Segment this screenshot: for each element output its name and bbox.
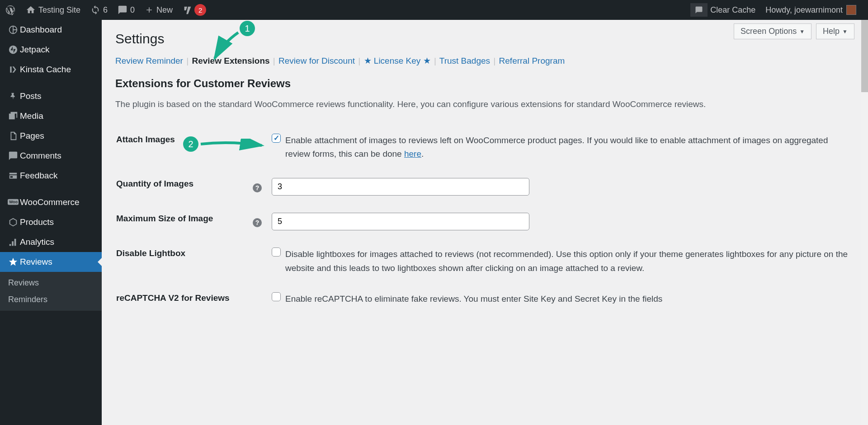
screen-meta-links: Screen Options▼ Help▼ <box>734 23 854 39</box>
help-label: Help <box>823 27 840 36</box>
sidebar-sub-reviews[interactable]: Reviews <box>0 275 102 291</box>
attach-images-text-1: Enable attachment of images to reviews l… <box>285 135 828 159</box>
media-icon <box>6 111 20 121</box>
sidebar-item-label: Posts <box>20 91 42 101</box>
woocommerce-icon: Woo <box>6 199 20 206</box>
sidebar-item-label: Pages <box>20 131 44 141</box>
pages-icon <box>6 131 20 141</box>
admin-sidebar: Dashboard Jetpack Kinsta Cache Posts Med… <box>0 20 102 425</box>
updates-link[interactable]: 6 <box>85 0 113 20</box>
dashboard-icon <box>6 25 20 35</box>
svg-point-0 <box>9 46 17 54</box>
sidebar-item-pages[interactable]: Pages <box>0 126 102 146</box>
sidebar-item-dashboard[interactable]: Dashboard <box>0 20 102 40</box>
pin-icon <box>6 91 20 101</box>
sidebar-item-posts[interactable]: Posts <box>0 86 102 106</box>
disable-lightbox-description: Disable lightboxes for images attached t… <box>285 248 849 275</box>
sidebar-item-label: Jetpack <box>20 45 49 55</box>
comment-icon <box>6 151 20 161</box>
sidebar-separator <box>0 79 102 86</box>
tab-license-key[interactable]: ★ License Key ★ <box>364 56 431 65</box>
new-label: New <box>156 5 173 15</box>
sidebar-item-feedback[interactable]: Feedback <box>0 166 102 186</box>
screen-options-label: Screen Options <box>741 27 797 36</box>
wp-logo[interactable] <box>0 0 21 20</box>
home-icon <box>26 5 36 15</box>
sidebar-item-media[interactable]: Media <box>0 106 102 126</box>
adminbar-left: Testing Site 6 0 New 2 <box>0 0 211 20</box>
plus-icon <box>145 5 154 14</box>
tab-trust-badges[interactable]: Trust Badges <box>439 56 490 65</box>
recaptcha-checkbox[interactable] <box>272 292 281 301</box>
site-name-link[interactable]: Testing Site <box>21 0 85 20</box>
yoast-badge: 2 <box>194 4 206 16</box>
chevron-down-icon: ▼ <box>842 28 848 35</box>
screen-options-button[interactable]: Screen Options▼ <box>734 23 811 39</box>
clear-cache-button[interactable]: Clear Cache <box>685 0 760 20</box>
max-size-input[interactable] <box>272 213 529 230</box>
help-button[interactable]: Help▼ <box>816 23 854 39</box>
sidebar-item-analytics[interactable]: Analytics <box>0 232 102 252</box>
sidebar-item-kinsta[interactable]: Kinsta Cache <box>0 60 102 79</box>
sidebar-separator <box>0 186 102 192</box>
sidebar-item-label: Products <box>20 217 54 227</box>
yoast-link[interactable]: 2 <box>178 0 211 20</box>
sidebar-submenu: Reviews Reminders <box>0 272 102 311</box>
feedback-icon <box>6 171 20 181</box>
sidebar-item-woocommerce[interactable]: WooWooCommerce <box>0 192 102 212</box>
sidebar-item-label: Dashboard <box>20 25 62 35</box>
tab-review-discount[interactable]: Review for Discount <box>278 56 355 65</box>
sidebar-item-comments[interactable]: Comments <box>0 146 102 166</box>
user-account-link[interactable]: Howdy, joewarnimont <box>760 0 861 20</box>
clear-cache-label: Clear Cache <box>710 5 755 15</box>
tab-separator: | <box>273 56 275 65</box>
star-icon <box>6 257 20 267</box>
tab-referral-program[interactable]: Referral Program <box>499 56 565 65</box>
sidebar-item-jetpack[interactable]: Jetpack <box>0 40 102 60</box>
products-icon <box>6 217 20 227</box>
sidebar-item-label: Kinsta Cache <box>20 65 71 75</box>
user-avatar <box>846 5 856 15</box>
here-link[interactable]: here <box>404 149 421 159</box>
max-size-label: Maximum Size of Image <box>116 205 252 238</box>
help-tooltip-icon[interactable]: ? <box>253 218 262 227</box>
quantity-input[interactable] <box>272 178 529 196</box>
attach-images-description: Enable attachment of images to reviews l… <box>285 134 849 161</box>
kinsta-icon <box>6 65 20 74</box>
settings-form-table: Attach Images Enable attachment of image… <box>115 125 854 315</box>
help-tooltip-icon[interactable]: ? <box>253 183 262 192</box>
analytics-icon <box>6 237 20 247</box>
tab-separator: | <box>493 56 495 65</box>
sidebar-item-label: WooCommerce <box>20 197 80 207</box>
attach-images-checkbox[interactable] <box>272 134 281 143</box>
update-icon <box>90 5 100 15</box>
sidebar-item-label: Feedback <box>20 171 57 181</box>
disable-lightbox-checkbox[interactable] <box>272 248 281 257</box>
tab-review-extensions[interactable]: Review Extensions <box>192 56 269 65</box>
updates-count: 6 <box>103 5 108 15</box>
disable-lightbox-label: Disable Lightbox <box>116 239 252 283</box>
tab-separator: | <box>434 56 436 65</box>
jetpack-icon <box>6 45 20 55</box>
howdy-text: Howdy, joewarnimont <box>765 5 843 15</box>
scrollbar-thumb[interactable] <box>861 20 868 92</box>
wp-admin-bar: Testing Site 6 0 New 2 Clear Cache Howdy… <box>0 0 868 20</box>
attach-images-text-2: . <box>421 149 424 159</box>
tab-separator: | <box>358 56 360 65</box>
recaptcha-description: Enable reCAPTCHA to eliminate fake revie… <box>285 292 849 306</box>
tab-separator: | <box>186 56 189 65</box>
tab-review-reminder[interactable]: Review Reminder <box>115 56 183 65</box>
sidebar-item-products[interactable]: Products <box>0 212 102 232</box>
yoast-icon <box>183 5 193 15</box>
recaptcha-label: reCAPTCHA V2 for Reviews <box>116 284 252 314</box>
sidebar-item-label: Comments <box>20 151 61 161</box>
sidebar-sub-reminders[interactable]: Reminders <box>0 291 102 308</box>
comments-link[interactable]: 0 <box>113 0 140 20</box>
sidebar-item-reviews[interactable]: Reviews <box>0 252 102 272</box>
comment-icon <box>118 5 127 15</box>
wordpress-icon <box>5 5 16 15</box>
sidebar-item-label: Media <box>20 111 43 121</box>
main-content: Screen Options▼ Help▼ Settings Review Re… <box>102 20 868 425</box>
new-content-link[interactable]: New <box>140 0 178 20</box>
site-name: Testing Site <box>38 5 80 15</box>
